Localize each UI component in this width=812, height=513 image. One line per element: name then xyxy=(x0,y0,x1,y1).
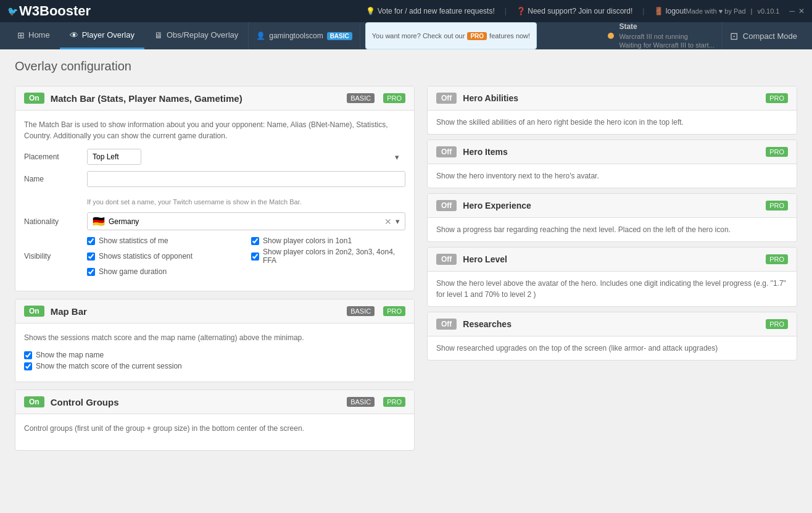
state-text: State Warcraft III not running Waiting f… xyxy=(619,22,714,49)
researches-body: Show researched upgrades on the top of t… xyxy=(428,336,797,360)
control-groups-desc: Control groups (first unit of the group … xyxy=(24,423,405,434)
match-bar-basic-badge: BASIC xyxy=(347,93,375,103)
nationality-dropdown-icon: ▾ xyxy=(396,217,400,226)
hero-level-title: Hero Level xyxy=(463,254,760,264)
nav-item-player-overlay[interactable]: 👁 Player Overlay xyxy=(60,22,144,49)
lightbulb-icon: 💡 xyxy=(366,7,375,15)
checkbox-game-duration-input[interactable] xyxy=(87,268,95,276)
pro-notice[interactable]: You want more? Check out our PRO feature… xyxy=(365,22,537,49)
map-bar-basic-badge: BASIC xyxy=(347,306,375,316)
left-column: On Match Bar (Stats, Player Names, Gamet… xyxy=(15,86,415,451)
pro-badge: PRO xyxy=(467,32,487,40)
checkbox-show-match-score[interactable]: Show the match score of the current sess… xyxy=(24,362,405,370)
logo-bird: 🐦 xyxy=(7,6,18,16)
discord-link[interactable]: ❓ Need support? Join our discord! xyxy=(516,7,632,15)
control-groups-section: On Control Groups BASIC PRO Control grou… xyxy=(15,390,415,451)
monitor-icon: 🖥 xyxy=(154,30,163,40)
vote-link[interactable]: 💡 Vote for / add new feature requests! xyxy=(366,7,494,15)
checkbox-stats-me-input[interactable] xyxy=(87,237,95,245)
checkbox-show-match-score-input[interactable] xyxy=(24,362,32,370)
logout-link[interactable]: 🚪 logout xyxy=(654,7,686,15)
checkbox-colors-2on2-input[interactable] xyxy=(251,252,259,261)
checkbox-stats-opp-input[interactable] xyxy=(87,252,95,261)
checkbox-game-duration[interactable]: Show game duration xyxy=(87,267,241,276)
checkbox-colors-1on1-input[interactable] xyxy=(251,237,259,245)
researches-pro-badge: PRO xyxy=(766,319,788,329)
door-icon: 🚪 xyxy=(654,7,663,15)
match-bar-pro-badge: PRO xyxy=(383,93,405,103)
match-bar-section: On Match Bar (Stats, Player Names, Gamet… xyxy=(15,86,415,291)
placement-select[interactable]: Top Left Top Right Bottom Left Bottom Ri… xyxy=(87,149,141,165)
nationality-input[interactable] xyxy=(109,217,381,226)
match-bar-header: On Match Bar (Stats, Player Names, Gamet… xyxy=(15,86,414,111)
hero-level-body: Show the hero level above the avatar of … xyxy=(428,272,797,306)
close-button[interactable]: ✕ xyxy=(798,7,805,15)
hero-items-toggle[interactable]: Off xyxy=(436,146,457,157)
hero-experience-section: Off Hero Experience PRO Show a progress … xyxy=(427,193,797,242)
researches-section: Off Researches PRO Show researched upgra… xyxy=(427,312,797,361)
compact-mode-button[interactable]: ⊡ Compact Mode xyxy=(722,22,805,49)
control-groups-pro-badge: PRO xyxy=(383,397,405,407)
checkbox-show-map-name[interactable]: Show the map name xyxy=(24,351,405,359)
nav-item-home[interactable]: ⊞ Home xyxy=(7,22,60,49)
researches-title: Researches xyxy=(463,319,760,329)
match-bar-toggle[interactable]: On xyxy=(24,93,44,104)
control-groups-basic-badge: BASIC xyxy=(347,397,375,407)
hero-experience-body: Show a progress bar regarding reaching t… xyxy=(428,218,797,241)
app-logo: 🐦 W3Booster xyxy=(7,3,91,19)
window-controls[interactable]: ─ ✕ xyxy=(789,7,805,15)
match-bar-body: The Match Bar is used to show informatio… xyxy=(15,111,414,291)
hero-level-header: Off Hero Level PRO xyxy=(428,248,797,272)
basic-badge: BASIC xyxy=(327,32,352,40)
researches-toggle[interactable]: Off xyxy=(436,319,457,330)
visibility-label: Visibility xyxy=(24,252,80,261)
nav-user[interactable]: 👤 gamingtoolscom BASIC xyxy=(248,22,360,49)
checkbox-show-map-name-input[interactable] xyxy=(24,351,32,359)
hero-abilities-toggle[interactable]: Off xyxy=(436,93,457,104)
match-bar-desc: The Match Bar is used to show informatio… xyxy=(24,119,405,141)
hero-level-section: Off Hero Level PRO Show the hero level a… xyxy=(427,247,797,307)
name-row: Name If you dont set a name, your Twitch… xyxy=(24,171,405,206)
hero-items-title: Hero Items xyxy=(463,147,760,157)
question-icon: ❓ xyxy=(516,7,526,15)
nationality-row: Nationality 🇩🇪 ✕ ▾ xyxy=(24,212,405,230)
nationality-label: Nationality xyxy=(24,217,80,226)
control-groups-toggle[interactable]: On xyxy=(24,396,44,407)
hero-experience-header: Off Hero Experience PRO xyxy=(428,194,797,218)
hero-abilities-title: Hero Abilities xyxy=(463,93,760,103)
map-bar-title: Map Bar xyxy=(51,306,341,317)
hero-abilities-header: Off Hero Abilities PRO xyxy=(428,86,797,111)
minimize-button[interactable]: ─ xyxy=(789,7,795,15)
hero-abilities-pro-badge: PRO xyxy=(766,93,788,103)
nav-item-obs-overlay[interactable]: 🖥 Obs/Replay Overlay xyxy=(144,22,248,49)
visibility-checkboxes: Show statistics of me Show player colors… xyxy=(87,236,405,276)
nationality-wrapper[interactable]: 🇩🇪 ✕ ▾ xyxy=(87,212,405,230)
checkbox-stats-opp[interactable]: Shows statistics of opponent xyxy=(87,248,241,265)
nationality-clear-button[interactable]: ✕ xyxy=(384,217,392,227)
compress-icon: ⊡ xyxy=(730,30,738,42)
placement-row: Placement Top Left Top Right Bottom Left… xyxy=(24,149,405,165)
checkbox-colors-1on1[interactable]: Show player colors in 1on1 xyxy=(251,236,405,245)
hero-items-body: Show the hero inventory next to the hero… xyxy=(428,164,797,188)
match-bar-title: Match Bar (Stats, Player Names, Gametime… xyxy=(51,93,341,104)
visibility-row: Visibility Show statistics of me Show pl… xyxy=(24,236,405,276)
right-column: Off Hero Abilities PRO Show the skilled … xyxy=(427,86,797,451)
hero-experience-toggle[interactable]: Off xyxy=(436,200,457,211)
eye-icon: 👁 xyxy=(70,30,78,40)
map-bar-header: On Map Bar BASIC PRO xyxy=(15,299,414,323)
hero-level-pro-badge: PRO xyxy=(766,254,788,264)
placement-select-wrapper: Top Left Top Right Bottom Left Bottom Ri… xyxy=(87,149,405,165)
hero-abilities-body: Show the skilled abilities of an hero ri… xyxy=(428,111,797,134)
map-bar-toggle[interactable]: On xyxy=(24,306,44,317)
main-content: On Match Bar (Stats, Player Names, Gamet… xyxy=(0,73,812,463)
hero-items-header: Off Hero Items PRO xyxy=(428,140,797,164)
placement-label: Placement xyxy=(24,152,80,161)
checkbox-colors-2on2[interactable]: Show player colors in 2on2, 3on3, 4on4, … xyxy=(251,248,405,265)
control-groups-title: Control Groups xyxy=(51,397,341,407)
checkbox-stats-me[interactable]: Show statistics of me xyxy=(87,236,241,245)
top-bar: 🐦 W3Booster 💡 Vote for / add new feature… xyxy=(0,0,812,22)
user-icon: 👤 xyxy=(256,31,265,40)
name-input[interactable] xyxy=(87,171,405,187)
hero-level-toggle[interactable]: Off xyxy=(436,254,457,265)
nav-bar: ⊞ Home 👁 Player Overlay 🖥 Obs/Replay Ove… xyxy=(0,22,812,49)
